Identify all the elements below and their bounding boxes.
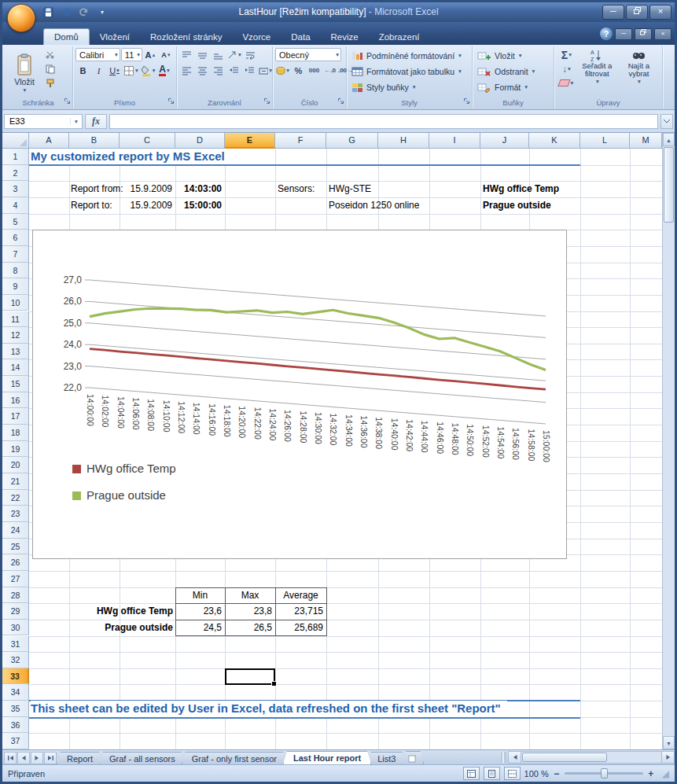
- row-header-37[interactable]: 37: [2, 733, 29, 749]
- row-header-7[interactable]: 7: [2, 246, 29, 263]
- copy-button[interactable]: [42, 62, 57, 75]
- autosum-button[interactable]: Σ▾: [557, 48, 576, 61]
- zoom-slider[interactable]: [565, 772, 643, 775]
- cell-grid[interactable]: My customized report by MS Excel Report …: [29, 149, 662, 749]
- row-header-9[interactable]: 9: [2, 278, 29, 295]
- cell-styles-button[interactable]: Styly buňky ▾: [349, 79, 469, 94]
- help-button[interactable]: ?: [600, 28, 613, 40]
- view-page-layout-button[interactable]: [484, 767, 500, 780]
- column-header-d[interactable]: D: [175, 133, 225, 149]
- sheet-tab-graf-all-sensors[interactable]: Graf - all sensors: [99, 752, 186, 764]
- row-header-34[interactable]: 34: [2, 684, 29, 701]
- dialog-launcher-alignment[interactable]: [263, 94, 270, 108]
- row-header-15[interactable]: 15: [2, 376, 29, 392]
- row-header-12[interactable]: 12: [2, 327, 29, 344]
- qat-customize-button[interactable]: ▾: [94, 5, 110, 19]
- row-header-27[interactable]: 27: [2, 571, 29, 587]
- chart[interactable]: 27,026,025,024,023,022,014:00:0014:02:00…: [32, 230, 567, 559]
- save-button[interactable]: [40, 5, 56, 19]
- decrease-indent-button[interactable]: [226, 64, 241, 77]
- sheet-tab-report[interactable]: Report: [57, 752, 103, 764]
- column-header-a[interactable]: A: [29, 133, 69, 149]
- ribbon-tab-rozlo-en-str-nky[interactable]: Rozložení stránky: [140, 29, 232, 45]
- wrap-text-button[interactable]: [243, 48, 258, 61]
- underline-button[interactable]: U▾: [107, 64, 122, 77]
- increase-font-button[interactable]: A▲: [143, 48, 158, 61]
- orientation-button[interactable]: ▾: [226, 48, 242, 61]
- workbook-close-button[interactable]: ×: [654, 28, 671, 40]
- expand-formula-bar-button[interactable]: [660, 114, 673, 129]
- prev-sheet-button[interactable]: [17, 752, 30, 764]
- row-header-14[interactable]: 14: [2, 359, 29, 376]
- fill-button[interactable]: ↓▾: [557, 62, 576, 75]
- row-header-13[interactable]: 13: [2, 344, 29, 360]
- row-header-21[interactable]: 21: [2, 473, 29, 490]
- column-header-c[interactable]: C: [120, 133, 175, 149]
- row-header-29[interactable]: 29: [2, 603, 29, 620]
- column-header-h[interactable]: H: [378, 133, 429, 149]
- row-header-3[interactable]: 3: [2, 181, 29, 197]
- restore-button[interactable]: [626, 5, 648, 20]
- row-header-18[interactable]: 18: [2, 425, 29, 441]
- formula-input[interactable]: [109, 114, 658, 129]
- h-scroll-thumb[interactable]: [522, 753, 607, 762]
- vertical-scrollbar[interactable]: ▲ ▼: [662, 133, 675, 749]
- dialog-launcher-styles[interactable]: [463, 94, 470, 108]
- zoom-out-button[interactable]: −: [553, 768, 561, 779]
- row-header-33[interactable]: 33: [2, 668, 29, 685]
- column-header-j[interactable]: J: [480, 133, 529, 149]
- cut-button[interactable]: [42, 48, 57, 61]
- undo-button[interactable]: [58, 5, 74, 19]
- row-header-16[interactable]: 16: [2, 392, 29, 409]
- row-header-25[interactable]: 25: [2, 539, 29, 555]
- workbook-minimize-button[interactable]: ─: [615, 28, 632, 40]
- fill-color-button[interactable]: ▾: [140, 64, 156, 77]
- font-size-select[interactable]: 11▾: [121, 48, 142, 61]
- redo-button[interactable]: [76, 5, 92, 19]
- font-name-select[interactable]: Calibri▾: [75, 48, 120, 61]
- row-header-30[interactable]: 30: [2, 620, 29, 636]
- row-header-5[interactable]: 5: [2, 214, 29, 230]
- scroll-right-button[interactable]: [661, 751, 675, 764]
- find-select-button[interactable]: Najít a vybrat ▾: [618, 48, 660, 98]
- sheet-tab-last-hour-report[interactable]: Last Hour report: [283, 751, 371, 764]
- row-header-22[interactable]: 22: [2, 490, 29, 506]
- accounting-format-button[interactable]: ▾: [275, 64, 290, 77]
- column-header-m[interactable]: M: [630, 133, 662, 149]
- merge-center-button[interactable]: ▾: [258, 64, 273, 77]
- align-middle-button[interactable]: [195, 48, 210, 61]
- decrease-font-button[interactable]: A▼: [159, 48, 174, 61]
- number-format-select[interactable]: Obecný▾: [275, 48, 341, 61]
- view-normal-button[interactable]: [463, 767, 480, 780]
- paste-button[interactable]: Vložit ▾: [6, 48, 42, 98]
- zoom-slider-thumb[interactable]: [601, 768, 608, 778]
- format-cells-button[interactable]: Formát ▾: [475, 79, 551, 94]
- ribbon-tab-revize[interactable]: Revize: [321, 29, 369, 45]
- column-header-b[interactable]: B: [69, 133, 120, 149]
- conditional-formatting-button[interactable]: Podmíněné formátování ▾: [349, 48, 469, 63]
- workbook-restore-button[interactable]: [635, 28, 652, 40]
- row-header-8[interactable]: 8: [2, 263, 29, 279]
- increase-indent-button[interactable]: [242, 64, 257, 77]
- clear-button[interactable]: ▾: [557, 76, 576, 90]
- ribbon-tab-vzorce[interactable]: Vzorce: [232, 29, 281, 45]
- scroll-up-button[interactable]: ▲: [663, 133, 675, 146]
- delete-cells-button[interactable]: Odstranit ▾: [475, 64, 551, 79]
- ribbon-tab-dom[interactable]: Domů: [43, 28, 90, 46]
- format-as-table-button[interactable]: Formátovat jako tabulku ▾: [349, 64, 469, 79]
- select-all-corner[interactable]: [2, 133, 29, 149]
- ribbon-tab-vlo-en[interactable]: Vložení: [90, 29, 140, 45]
- last-sheet-button[interactable]: [44, 752, 57, 764]
- insert-function-button[interactable]: fx: [85, 114, 107, 129]
- row-header-28[interactable]: 28: [2, 587, 29, 604]
- sort-filter-button[interactable]: AZ Seřadit a filtrovat ▾: [576, 48, 618, 98]
- sheet-tab-graf-only-first-sensor[interactable]: Graf - only first sensor: [182, 752, 287, 764]
- align-left-button[interactable]: [179, 64, 194, 77]
- column-header-e[interactable]: E: [225, 133, 275, 149]
- row-header-4[interactable]: 4: [2, 197, 29, 214]
- row-header-36[interactable]: 36: [2, 717, 29, 734]
- v-scroll-thumb[interactable]: [664, 147, 674, 223]
- dialog-launcher-number[interactable]: [337, 94, 344, 108]
- italic-button[interactable]: I: [91, 64, 106, 77]
- office-button[interactable]: [7, 4, 35, 32]
